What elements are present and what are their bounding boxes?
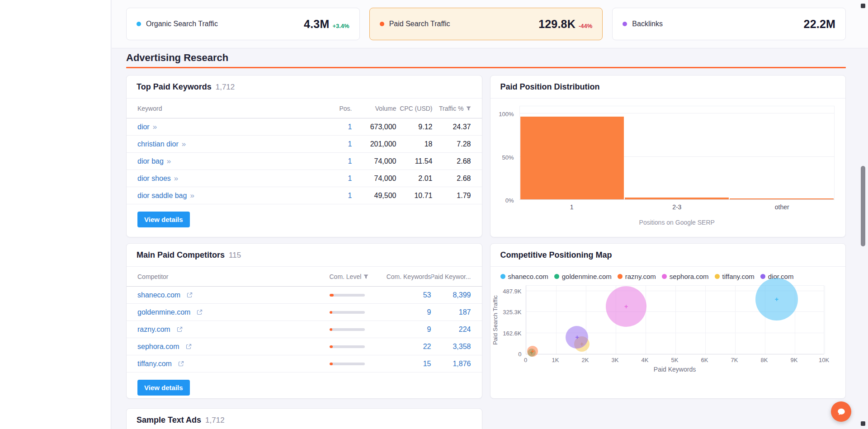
scrollbar-thumb[interactable]	[861, 166, 865, 246]
volume-value: 673,000	[352, 123, 396, 131]
external-link-icon[interactable]	[178, 361, 184, 367]
double-arrow-icon[interactable]: »	[167, 157, 171, 165]
bubble-sephora-com[interactable]: +	[606, 286, 646, 327]
paid-keywords-value[interactable]: 224	[431, 325, 471, 334]
metric-card-right: 129.8K-44%	[538, 18, 592, 31]
left-sidebar	[0, 0, 111, 429]
paid-keywords-value[interactable]: 3,358	[431, 343, 471, 351]
com-keywords-value[interactable]: 9	[382, 325, 431, 334]
keyword-table-row: christian dior»1201,000187.28	[127, 136, 482, 153]
bar-slot	[729, 113, 834, 199]
paid-keywords-value[interactable]: 8,399	[431, 291, 471, 299]
competitor-link[interactable]: shaneco.com	[137, 291, 180, 299]
y-tick-label: 100%	[499, 111, 514, 117]
competitor-link[interactable]: sephora.com	[137, 343, 179, 351]
column-header-keyword: Keyword	[137, 105, 316, 112]
com-keywords-value[interactable]: 53	[382, 291, 431, 299]
column-header-pos: Pos.	[316, 105, 352, 112]
cpc-value: 2.01	[396, 174, 433, 183]
metric-card-backlinks[interactable]: Backlinks22.2M	[612, 8, 846, 40]
keyword-cell: dior»	[137, 123, 316, 131]
column-header-com-level-sortable[interactable]: Com. Level	[330, 273, 382, 280]
keyword-link[interactable]: dior bag	[137, 157, 164, 165]
competitor-link[interactable]: tiffany.com	[137, 360, 172, 368]
bubble-shaneco-com[interactable]: +	[755, 278, 798, 321]
traffic-pct-value: 1.79	[433, 192, 471, 200]
sort-filter-icon[interactable]	[363, 274, 368, 279]
traffic-pct-value: 24.37	[433, 123, 471, 131]
bar-position-2-3[interactable]	[625, 198, 729, 199]
main-paid-competitors-table: CompetitorCom. LevelCom. KeywordsPaid Ke…	[127, 267, 482, 372]
bar-position-other[interactable]	[730, 198, 834, 199]
metric-card-organic-search-traffic[interactable]: Organic Search Traffic4.3M+3.4%	[126, 8, 360, 40]
chat-launcher-button[interactable]	[831, 401, 851, 422]
y-tick-label: 162.6K	[503, 330, 521, 337]
com-level-cell	[330, 294, 382, 297]
y-tick-label: 50%	[502, 154, 514, 160]
legend-item-tiffany-com[interactable]: tiffany.com	[715, 273, 755, 280]
volume-value: 74,000	[352, 174, 396, 183]
legend-item-shaneco-com[interactable]: shaneco.com	[500, 273, 548, 280]
double-arrow-icon[interactable]: »	[174, 174, 178, 182]
section-header: Advertising Research	[126, 52, 846, 68]
keyword-link[interactable]: dior shoes	[137, 174, 171, 183]
external-link-icon[interactable]	[197, 309, 203, 315]
keyword-link[interactable]: dior	[137, 123, 150, 131]
com-level-bar-fill	[330, 345, 333, 348]
metric-delta: -44%	[579, 23, 592, 29]
left-column: Top Paid Keywords 1,712 KeywordPos.Volum…	[126, 75, 482, 429]
bar-position-1[interactable]	[520, 117, 624, 199]
plus-marker-icon: +	[531, 348, 534, 354]
x-axis-label: Paid Keywords	[526, 366, 824, 373]
external-link-icon[interactable]	[186, 344, 192, 349]
keyword-table-row: dior»1673,0009.1224.37	[127, 118, 482, 136]
gridline	[825, 286, 825, 354]
com-keywords-value[interactable]: 22	[382, 343, 431, 351]
x-tick-label: 9K	[791, 357, 798, 363]
keyword-link[interactable]: christian dior	[137, 140, 179, 148]
bubble-chart-y-axis-title: Paid Search Traffic	[491, 285, 500, 354]
card-header: Top Paid Keywords 1,712	[127, 75, 482, 99]
metric-label: Organic Search Traffic	[146, 20, 218, 28]
com-keywords-value[interactable]: 9	[382, 308, 431, 316]
external-link-icon[interactable]	[187, 292, 193, 298]
competitor-link[interactable]: razny.com	[137, 325, 170, 334]
volume-value: 201,000	[352, 140, 396, 148]
keyword-cell: dior saddle bag»	[137, 192, 316, 200]
com-keywords-value[interactable]: 15	[382, 360, 431, 368]
bubble-chart: Paid Search Traffic 0162.6K325.3K487.9K …	[491, 285, 846, 354]
x-tick-label: 5K	[671, 357, 679, 363]
metric-card-left: Paid Search Traffic	[380, 20, 450, 28]
x-tick-label: 0	[524, 357, 527, 363]
gridline	[646, 286, 646, 354]
external-link-icon[interactable]	[177, 326, 183, 332]
double-arrow-icon[interactable]: »	[190, 192, 194, 199]
bar-chart-caption: Positions on Google SERP	[519, 219, 835, 226]
position-value: 1	[316, 192, 352, 200]
metric-card-paid-search-traffic[interactable]: Paid Search Traffic129.8K-44%	[369, 8, 603, 40]
legend-item-goldenmine-com[interactable]: goldenmine.com	[554, 273, 612, 280]
paid-keywords-value[interactable]: 1,876	[431, 360, 471, 368]
legend-item-sephora-com[interactable]: sephora.com	[662, 273, 709, 280]
double-arrow-icon[interactable]: »	[153, 123, 157, 131]
scrollbar-up-arrow[interactable]	[861, 4, 865, 8]
keyword-link[interactable]: dior saddle bag	[137, 192, 187, 200]
legend-item-razny-com[interactable]: razny.com	[618, 273, 656, 280]
keyword-cell: christian dior»	[137, 140, 316, 148]
paid-keywords-value[interactable]: 187	[431, 308, 471, 316]
page-title: Advertising Research	[126, 52, 846, 64]
sort-filter-icon[interactable]	[466, 106, 471, 111]
metrics-topbar: Organic Search Traffic4.3M+3.4%Paid Sear…	[112, 0, 868, 48]
paid-position-distribution-card: Paid Position Distribution 100%50%0% 12-…	[490, 75, 846, 237]
scrollbar-down-arrow[interactable]	[861, 421, 865, 426]
view-details-button-competitors[interactable]: View details	[137, 380, 190, 396]
competitive-positioning-map-card: Competitive Positioning Map shaneco.comg…	[490, 243, 846, 399]
keyword-table-row: dior bag»174,00011.542.68	[127, 153, 482, 170]
metric-card-right: 4.3M+3.4%	[304, 18, 349, 31]
view-details-button-keywords[interactable]: View details	[137, 212, 190, 227]
metric-card-right: 22.2M	[804, 18, 835, 31]
column-header-traffic-pct-sortable[interactable]: Traffic %	[433, 105, 471, 112]
legend-dot-icon	[760, 274, 765, 279]
double-arrow-icon[interactable]: »	[182, 140, 186, 148]
competitor-link[interactable]: goldenmine.com	[137, 308, 190, 316]
